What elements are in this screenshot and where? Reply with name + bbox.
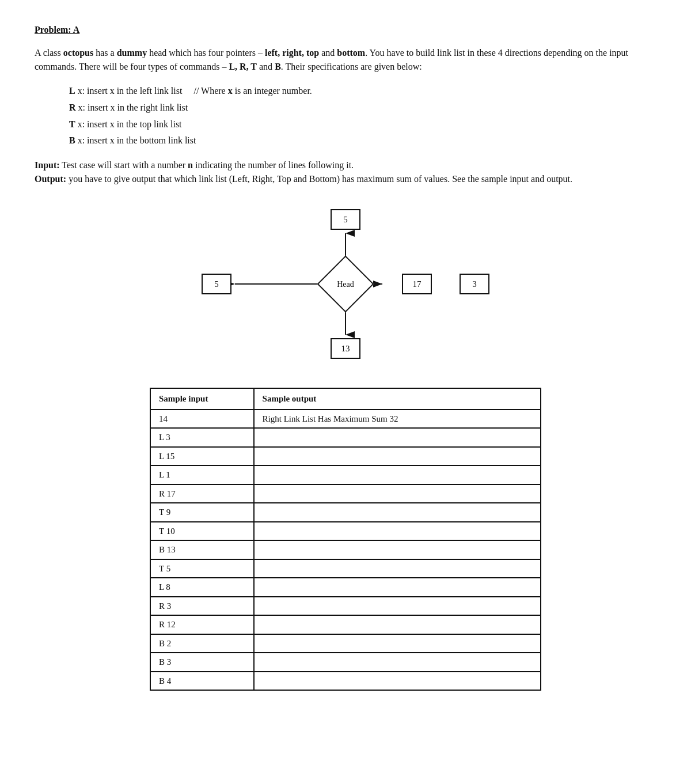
sample-input-row: T 5 (150, 559, 254, 578)
cmd-L-comment: // Where x is an integer number. (193, 83, 312, 100)
sample-output-row (254, 653, 541, 672)
cmd-R-text: R x: insert x in the right link list (69, 100, 188, 116)
sample-input-row: R 12 (150, 615, 254, 634)
sample-input-row: R 17 (150, 484, 254, 503)
cmd-B-text: B x: insert x in the bottom link list (69, 132, 196, 149)
sample-input-row: B 3 (150, 653, 254, 672)
sample-table: Sample input Sample output 14Right Link … (150, 388, 541, 691)
sample-output-row (254, 559, 541, 578)
sample-output-row (254, 634, 541, 653)
sample-output-row (254, 484, 541, 503)
sample-output-row: Right Link List Has Maximum Sum 32 (254, 410, 541, 429)
sample-output-row (254, 615, 541, 634)
left-node: 5 (202, 274, 231, 294)
cmd-L-text: L x: insert x in the left link list (69, 83, 182, 100)
input-line: Input: Test case will start with a numbe… (35, 158, 656, 172)
right-node-2: 3 (460, 274, 489, 294)
sample-input-row: B 4 (150, 672, 254, 691)
sample-output-row (254, 503, 541, 522)
diagram-inner: Head 5 13 5 17 3 (202, 209, 489, 359)
sample-output-row (254, 540, 541, 559)
cmd-T: T x: insert x in the top link list (69, 116, 656, 133)
top-node: 5 (331, 209, 360, 230)
output-line: Output: you have to give output that whi… (35, 172, 656, 186)
problem-title: Problem: A (35, 23, 656, 37)
right-node-1: 17 (402, 274, 432, 294)
sample-input-header: Sample input (150, 388, 254, 410)
sample-output-row (254, 522, 541, 541)
sample-output-row (254, 447, 541, 466)
description-para: A class octopus has a dummy head which h… (35, 46, 656, 74)
diagram-container: Head 5 13 5 17 3 (35, 203, 656, 365)
bottom-node: 13 (331, 338, 360, 359)
cmd-R: R x: insert x in the right link list (69, 100, 656, 116)
sample-input-row: R 3 (150, 597, 254, 616)
commands-section: L x: insert x in the left link list // W… (69, 83, 656, 149)
bottom-value: 13 (341, 342, 350, 355)
sample-input-row: T 9 (150, 503, 254, 522)
cmd-L: L x: insert x in the left link list // W… (69, 83, 656, 100)
sample-input-row: B 13 (150, 540, 254, 559)
sample-input-row: B 2 (150, 634, 254, 653)
sample-input-row: T 10 (150, 522, 254, 541)
sample-input-row: L 8 (150, 578, 254, 597)
sample-output-row (254, 597, 541, 616)
sample-output-row (254, 672, 541, 691)
sample-input-row: L 3 (150, 428, 254, 447)
right1-value: 17 (413, 278, 422, 291)
io-section: Input: Test case will start with a numbe… (35, 158, 656, 186)
head-label: Head (337, 278, 354, 290)
sample-output-header: Sample output (254, 388, 541, 410)
sample-input-row: 14 (150, 410, 254, 429)
left-value: 5 (214, 278, 219, 291)
cmd-T-text: T x: insert x in the top link list (69, 116, 182, 133)
sample-input-row: L 1 (150, 465, 254, 484)
cmd-B: B x: insert x in the bottom link list (69, 132, 656, 149)
sample-output-row (254, 578, 541, 597)
sample-output-row (254, 465, 541, 484)
top-value: 5 (343, 213, 348, 226)
sample-input-row: L 15 (150, 447, 254, 466)
right2-value: 3 (472, 278, 477, 291)
sample-output-row (254, 428, 541, 447)
